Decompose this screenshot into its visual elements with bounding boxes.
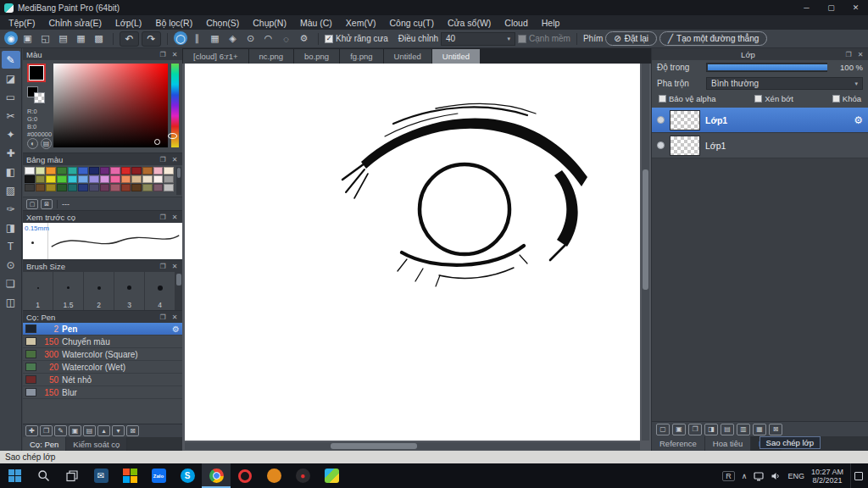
document-tab-1[interactable]: [cloud] 6:r1+ bbox=[183, 49, 248, 64]
layer-checkbox-1[interactable]: Bảo vệ alpha bbox=[659, 94, 715, 103]
clock[interactable]: 10:27 AM 8/2/2021 bbox=[811, 468, 843, 485]
preview-panel-float-icon[interactable]: ❐ bbox=[159, 214, 167, 221]
brush-panel-float-icon[interactable]: ❐ bbox=[159, 313, 167, 321]
skype-app-icon[interactable]: S bbox=[173, 463, 202, 488]
color-panel-float-icon[interactable]: ❐ bbox=[159, 51, 167, 58]
mail-app-icon[interactable]: ✉ bbox=[86, 463, 115, 488]
straight-line-button[interactable]: ╱ Tạo một đường thẳng bbox=[659, 31, 767, 46]
menu-item-4[interactable]: Bộ lọc(R) bbox=[148, 18, 199, 28]
hand-tool[interactable]: ❏ bbox=[2, 274, 20, 292]
color-panel-close-icon[interactable]: ✕ bbox=[170, 51, 179, 58]
blend-dropdown[interactable]: Bình thường ▾ bbox=[706, 77, 863, 90]
layer-visibility-toggle[interactable] bbox=[657, 141, 665, 149]
opacity-slider[interactable] bbox=[706, 63, 827, 72]
save-brush-button[interactable]: ▣ bbox=[69, 425, 81, 436]
palette-swatch-14[interactable] bbox=[164, 167, 174, 175]
grid-icon[interactable]: ▦ bbox=[73, 31, 89, 46]
snap-vanishing-icon[interactable]: ⊙ bbox=[242, 31, 259, 46]
snap-radial-icon[interactable]: ◠ bbox=[260, 31, 276, 46]
color-wheel-icon[interactable]: ◉ bbox=[4, 31, 18, 45]
divide-tool[interactable]: ◫ bbox=[2, 293, 20, 311]
palette-swatch-35[interactable] bbox=[89, 184, 99, 191]
new-folder-button[interactable]: ▤ bbox=[721, 424, 734, 435]
menu-item-2[interactable]: Chỉnh sửa(E) bbox=[42, 18, 108, 28]
palette-panel-close-icon[interactable]: ✕ bbox=[170, 156, 179, 164]
rect-select-tool[interactable]: ▭ bbox=[2, 88, 20, 106]
brush-tool[interactable]: ✎ bbox=[2, 51, 20, 69]
hue-marker[interactable] bbox=[168, 133, 177, 139]
adjust-dropdown[interactable]: 40 ▾ bbox=[441, 32, 515, 46]
clipboard-icon[interactable]: ▣ bbox=[19, 31, 36, 46]
hidden-icons-chevron[interactable]: ∧ bbox=[742, 472, 748, 480]
zalo-app-icon[interactable]: Zalo bbox=[144, 463, 173, 488]
palette-swatch-18[interactable] bbox=[57, 175, 67, 183]
palette-swatch-22[interactable] bbox=[100, 175, 110, 183]
palette-swatch-40[interactable] bbox=[142, 184, 153, 191]
snap-parallel-icon[interactable]: ∥ bbox=[189, 31, 205, 46]
notes-icon[interactable]: ▤ bbox=[55, 31, 71, 46]
paint-app-icon[interactable] bbox=[317, 463, 346, 488]
brush-item-4[interactable]: 20Watercolor (Wet) bbox=[23, 361, 182, 374]
gradient-tool[interactable]: ▨ bbox=[2, 181, 20, 199]
brush-size-close-icon[interactable]: ✕ bbox=[170, 263, 179, 270]
palette-swatch-24[interactable] bbox=[121, 175, 131, 183]
layer-panel-tab-2[interactable]: Hoa tiêu bbox=[705, 436, 751, 451]
comment-icon[interactable]: ◱ bbox=[37, 31, 53, 46]
palette-swatch-28[interactable] bbox=[164, 175, 174, 183]
palette-swatch-2[interactable] bbox=[36, 167, 46, 175]
brush-item-5[interactable]: 50Nét nhỏ bbox=[23, 374, 182, 386]
snap-ellipse-icon[interactable]: ◌ bbox=[278, 31, 294, 46]
layer-visibility-toggle[interactable] bbox=[657, 116, 665, 124]
new-layer-option-button[interactable]: ▣ bbox=[672, 424, 686, 435]
document-tab-6[interactable]: Untitled bbox=[432, 49, 480, 64]
palette-swatch-27[interactable] bbox=[153, 175, 164, 183]
palette-swatch-5[interactable] bbox=[68, 167, 78, 175]
palette-swatch-4[interactable] bbox=[57, 167, 67, 175]
language-indicator[interactable]: ENG bbox=[787, 472, 804, 480]
palette-swatch-12[interactable] bbox=[142, 167, 153, 175]
layer-checkbox-2[interactable]: Xén bớt bbox=[754, 94, 793, 103]
layer-panel-float-icon[interactable]: ❐ bbox=[844, 51, 853, 58]
palette-swatch-31[interactable] bbox=[46, 184, 56, 191]
menu-item-11[interactable]: Cloud bbox=[498, 18, 534, 28]
store-app-icon[interactable] bbox=[115, 463, 144, 488]
menu-item-10[interactable]: Cửa sổ(W) bbox=[441, 18, 498, 28]
menu-item-12[interactable]: Help bbox=[535, 18, 567, 28]
layer-row-1[interactable]: Lớp1⚙ bbox=[652, 108, 868, 133]
document-tab-2[interactable]: nc.png bbox=[249, 49, 294, 64]
brush-size-4[interactable]: 4 bbox=[145, 272, 175, 310]
brush-folder-button[interactable]: ▤ bbox=[83, 425, 96, 436]
menu-item-9[interactable]: Công cụ(T) bbox=[382, 18, 441, 28]
menu-item-8[interactable]: Xem(V) bbox=[339, 18, 383, 28]
merge-layer-button[interactable]: ▥ bbox=[737, 424, 750, 435]
brush-size-2[interactable]: 2 bbox=[84, 272, 114, 310]
palette-swatch-10[interactable] bbox=[121, 167, 131, 175]
palette-swatch-1[interactable] bbox=[25, 167, 35, 175]
delete-brush-button[interactable]: ⊠ bbox=[126, 425, 139, 436]
brush-size-float-icon[interactable]: ❐ bbox=[159, 263, 167, 270]
text-tool[interactable]: T bbox=[2, 237, 20, 255]
layer-panel-close-icon[interactable]: ✕ bbox=[856, 51, 865, 58]
document-tab-3[interactable]: bo.png bbox=[294, 49, 339, 64]
brush-settings-icon[interactable]: ⚙ bbox=[172, 324, 180, 334]
layer-checkbox-3[interactable]: Khóa bbox=[832, 94, 861, 103]
recorder-app-icon[interactable]: ● bbox=[288, 463, 317, 488]
snap-off-icon[interactable]: ◯ bbox=[174, 31, 187, 45]
current-color-swatch[interactable] bbox=[27, 64, 46, 82]
palette-swatch-37[interactable] bbox=[110, 184, 120, 191]
maximize-button[interactable]: ▢ bbox=[819, 0, 843, 15]
magic-wand-tool[interactable]: ✦ bbox=[2, 125, 20, 143]
canvas-horizontal-scrollbar[interactable] bbox=[185, 442, 640, 450]
palette-swatch-30[interactable] bbox=[36, 184, 46, 191]
select-eraser-tool[interactable]: ◨ bbox=[2, 219, 20, 236]
snap-cross-icon[interactable]: ◈ bbox=[225, 31, 241, 46]
snap-grid-icon[interactable]: ▦ bbox=[207, 31, 223, 46]
rgb-slider-icon[interactable]: ▤ bbox=[41, 138, 52, 149]
brush-size-1[interactable]: 1 bbox=[23, 272, 53, 310]
delete-layer-button[interactable]: ⊠ bbox=[769, 424, 782, 435]
speaker-icon[interactable] bbox=[771, 471, 781, 481]
close-button[interactable]: ✕ bbox=[843, 0, 868, 15]
palette-swatch-9[interactable] bbox=[110, 167, 120, 175]
palette-swatch-8[interactable] bbox=[100, 167, 110, 175]
layer-settings-icon[interactable]: ⚙ bbox=[854, 114, 863, 126]
